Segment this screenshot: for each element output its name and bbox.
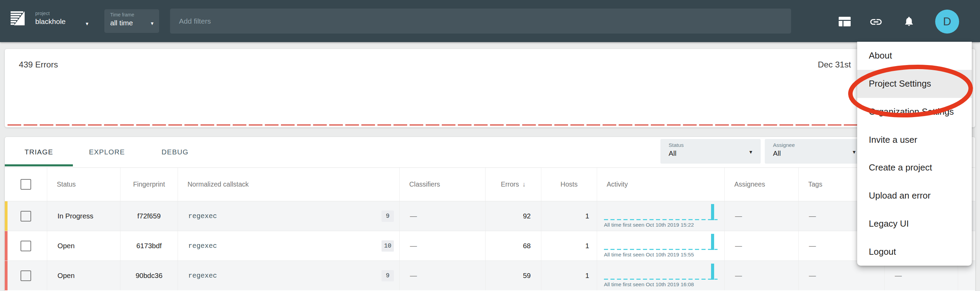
header-status[interactable]: Status	[47, 168, 121, 201]
filters-bar	[170, 8, 791, 33]
sort-desc-icon: ↓	[522, 181, 526, 188]
cell-activity: All time first seen Oct 10th 2019 16:08	[597, 261, 725, 290]
sparkline-spike	[711, 204, 714, 220]
row-checkbox[interactable]	[21, 211, 31, 221]
sparkline-baseline	[604, 249, 718, 250]
header-callstack[interactable]: Normalized callstack	[178, 168, 400, 201]
header-errors-sorted[interactable]: Errors ↓	[485, 168, 541, 201]
select-all-checkbox[interactable]	[21, 179, 31, 190]
cell-status: In Progress	[47, 201, 121, 231]
menu-item-logout[interactable]: Logout	[857, 238, 972, 266]
errors-count-title: 439 Errors	[19, 60, 58, 70]
menu-item-legacy-ui[interactable]: Legacy UI	[857, 210, 972, 238]
errors-summary-card: 439 Errors Dec 31st	[5, 49, 975, 127]
timeframe-caret-down-icon: ▼	[150, 21, 154, 26]
row-checkbox[interactable]	[21, 241, 31, 251]
backtrace-logo-icon[interactable]	[10, 10, 25, 26]
sparkline-spike	[711, 264, 714, 280]
cell-activity: All time first seen Oct 10th 2019 15:22	[597, 201, 725, 231]
cell-select	[5, 201, 47, 231]
severity-strip	[5, 201, 8, 231]
header-errors-label: Errors	[501, 180, 519, 188]
cell-fingerprint: f72f659	[121, 201, 178, 231]
cell-assignees: —	[725, 231, 799, 261]
frame-count-badge: 9	[382, 211, 394, 222]
cell-callstack: regexec 10	[178, 231, 400, 261]
avatar-letter: D	[943, 15, 951, 28]
table-row[interactable]: In Progress f72f659 regexec 9 — 92 1 All…	[5, 201, 975, 231]
frame-count-badge: 9	[382, 270, 394, 281]
sparkline-spike	[711, 234, 714, 250]
share-link-icon[interactable]	[869, 15, 883, 29]
cell-status: Open	[47, 231, 121, 261]
user-menu: About Project Settings Organization Sett…	[857, 42, 972, 266]
chart-end-date-label: Dec 31st	[818, 60, 851, 70]
status-filter-label: Status	[669, 142, 760, 148]
cell-callstack: regexec 9	[178, 201, 400, 231]
row-checkbox[interactable]	[21, 270, 31, 281]
table-row[interactable]: Open 6173bdf regexec 10 — 68 1 All time …	[5, 231, 975, 261]
tab-triage[interactable]: TRIAGE	[5, 137, 73, 167]
cell-assignees: —	[725, 261, 799, 290]
header-hosts[interactable]: Hosts	[541, 168, 597, 201]
menu-item-project-settings[interactable]: Project Settings	[857, 70, 972, 98]
menu-item-organization-settings[interactable]: Organization Settings	[857, 98, 972, 126]
timeframe-label: Time frame	[110, 12, 159, 17]
header-classifiers[interactable]: Classifiers	[400, 168, 485, 201]
cell-classifiers: —	[400, 231, 485, 261]
callstack-function: regexec	[188, 272, 217, 280]
severity-strip	[5, 261, 8, 290]
active-tab-underline	[5, 164, 73, 166]
first-seen-caption: All time first seen Oct 10th 2019 16:08	[604, 281, 694, 288]
user-avatar[interactable]: D	[935, 10, 959, 33]
status-filter-dropdown[interactable]: Status All ▼	[660, 139, 760, 164]
tabs-row: TRIAGE EXPLORE DEBUG Status All ▼ Assign…	[5, 137, 975, 167]
dashboard-view-icon[interactable]	[839, 17, 851, 26]
triage-card: TRIAGE EXPLORE DEBUG Status All ▼ Assign…	[5, 137, 975, 291]
cell-fingerprint: 90bdc36	[121, 261, 178, 290]
assignee-caret-down-icon: ▼	[852, 149, 856, 155]
chart-dashed-baseline	[8, 124, 972, 126]
cell-classifiers: —	[400, 201, 485, 231]
cell-hosts: 1	[541, 231, 597, 261]
first-seen-caption: All time first seen Oct 10th 2019 15:55	[604, 252, 694, 258]
project-label: project	[35, 11, 66, 16]
cell-hosts: 1	[541, 201, 597, 231]
project-caret-down-icon[interactable]: ▼	[85, 21, 89, 26]
project-value: blackhole	[35, 17, 66, 26]
notifications-bell-icon[interactable]	[904, 14, 915, 28]
header-assignees[interactable]: Assignees	[725, 168, 799, 201]
app-root: project blackhole ▼ Time frame all time …	[0, 0, 980, 291]
callstack-function: regexec	[188, 242, 217, 250]
status-caret-down-icon: ▼	[748, 149, 753, 155]
menu-item-invite-a-user[interactable]: Invite a user	[857, 126, 972, 154]
header-activity[interactable]: Activity	[597, 168, 725, 201]
cell-classifiers: —	[400, 261, 485, 290]
tab-explore[interactable]: EXPLORE	[73, 137, 141, 167]
cell-status: Open	[47, 261, 121, 290]
status-filter-value: All	[669, 149, 760, 158]
assignee-filter-value: All	[773, 149, 864, 158]
sparkline-baseline	[604, 219, 718, 220]
cell-activity: All time first seen Oct 10th 2019 15:55	[597, 231, 725, 261]
menu-item-about[interactable]: About	[857, 42, 972, 70]
tab-debug[interactable]: DEBUG	[141, 137, 209, 167]
menu-item-create-a-project[interactable]: Create a project	[857, 154, 972, 182]
add-filters-input[interactable]	[170, 8, 791, 33]
first-seen-caption: All time first seen Oct 10th 2019 15:22	[604, 222, 694, 228]
cell-errors: 59	[485, 261, 541, 290]
cell-callstack: regexec 9	[178, 261, 400, 290]
table-header-row: Status Fingerprint Normalized callstack …	[5, 167, 975, 201]
header-fingerprint[interactable]: Fingerprint	[121, 168, 178, 201]
cell-select	[5, 261, 47, 290]
activity-sparkline	[604, 233, 718, 250]
activity-sparkline	[604, 262, 718, 280]
sparkline-baseline	[604, 279, 718, 280]
cell-fingerprint: 6173bdf	[121, 231, 178, 261]
header-select-all	[5, 168, 47, 201]
assignee-filter-dropdown[interactable]: Assignee All ▼	[765, 139, 864, 164]
timeframe-selector[interactable]: Time frame all time ▼	[104, 9, 159, 33]
table-row[interactable]: Open 90bdc36 regexec 9 — 59 1 All time f…	[5, 261, 975, 290]
project-selector[interactable]: project blackhole	[35, 11, 66, 26]
menu-item-upload-an-error[interactable]: Upload an error	[857, 182, 972, 210]
